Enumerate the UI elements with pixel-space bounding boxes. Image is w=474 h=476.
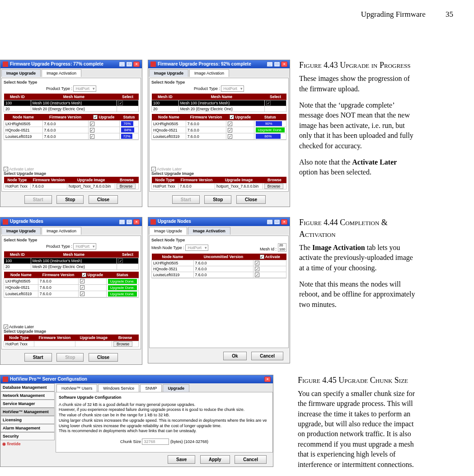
app-icon — [3, 377, 8, 382]
figure-title: Figure 4.44 Completion & Activation — [299, 217, 417, 240]
activate-later-check[interactable]: ✓ — [4, 325, 8, 329]
maximize-icon[interactable]: □ — [126, 219, 132, 225]
ok-button[interactable]: Ok — [223, 352, 246, 360]
stop-button: Stop — [56, 353, 84, 362]
sidebar-item[interactable]: HotView™ Management — [0, 408, 55, 416]
body-text: The Image Activation tab lets you activa… — [299, 243, 417, 273]
table-row: LouiseLeft03197.6.0.0✓ — [152, 272, 286, 278]
cancel-button[interactable]: Cancel — [251, 352, 283, 360]
dialog-title: Firmware Upgrade Progress: 77% complete — [10, 61, 103, 66]
sidebar-item[interactable]: Service Manager — [0, 400, 55, 408]
tab-image-upgrade[interactable]: Image Upgrade — [149, 69, 188, 77]
dialog-server-config: HotView Pro™ Server Configuration × Data… — [0, 375, 273, 467]
node-table: Node NameFirmware Version✓ UpgradeStatus… — [4, 114, 139, 140]
dialog-upgrade-77: Firmware Upgrade Progress: 77% complete … — [0, 60, 142, 207]
mesh-node-type-select[interactable]: HotPort — [185, 245, 208, 251]
tab-image-upgrade[interactable]: Image Upgrade — [1, 227, 41, 235]
stop-button[interactable]: Stop — [204, 195, 231, 204]
table-row: LouiseLeft03197.6.0.0✓72% — [4, 133, 139, 140]
activate-later-check[interactable]: ✓ — [151, 167, 156, 171]
tab-image-activation[interactable]: Image Activation — [188, 227, 230, 235]
table-row[interactable]: 100Mesh 100 (Instructor's Mesh)✓ — [4, 100, 139, 106]
table-row: HotPort 7xxx7.6.0.0hotport_7xxx_7.6.0.0.… — [4, 184, 139, 189]
cancel-button[interactable]: Cancel — [235, 455, 267, 464]
sidebar-item[interactable]: Security — [0, 432, 55, 440]
tab-upgrade[interactable]: Upgrade — [163, 384, 189, 392]
figure-title: Figure 4.43 Upgrade in Progress — [299, 60, 417, 71]
table-row: LouiseLeft03197.6.0.0✓86% — [152, 133, 286, 140]
app-icon — [3, 219, 8, 225]
chunk-size-label: Chunk Size — [120, 439, 141, 444]
browse-button[interactable]: Browse — [113, 341, 132, 347]
maximize-icon[interactable]: □ — [274, 219, 280, 225]
activate-later-check[interactable]: ✓ — [4, 167, 8, 171]
close-button[interactable]: Close — [89, 353, 118, 362]
sidebar-item[interactable]: Licensing — [0, 416, 55, 424]
close-icon[interactable]: × — [264, 377, 271, 382]
minimize-icon[interactable]: _ — [267, 61, 273, 67]
stop-button[interactable]: Stop — [56, 195, 84, 204]
maximize-icon[interactable]: □ — [126, 61, 132, 67]
close-icon[interactable]: × — [133, 61, 140, 67]
table-row: LouiseLeft03197.6.0.0✓Upgrade Done. — [4, 291, 139, 297]
sidebar-item[interactable]: Alarm Management — [0, 424, 55, 432]
body-text: You can specify a smaller chunk size for… — [298, 389, 415, 470]
table-row[interactable]: 100Mesh 100 (Instructor's Mesh)✓ — [4, 258, 139, 264]
start-button: Start — [172, 195, 200, 204]
tab-image-activation[interactable]: Image Activation — [42, 227, 81, 235]
tab-image-upgrade[interactable]: Image Upgrade — [149, 227, 187, 235]
table-row: LKHRight05057.6.0.0✓Upgrade Done. — [4, 278, 139, 284]
table-row: HQnode-05217.6.0.0✓Upgrade Done. — [4, 284, 139, 291]
chunk-size-input[interactable] — [142, 438, 169, 445]
close-icon[interactable]: × — [281, 219, 287, 225]
dialog-upgrade-92: Firmware Upgrade Progress: 92% complete … — [148, 60, 290, 207]
table-row: LKHRight05057.6.0.0✓ — [152, 260, 286, 266]
save-button[interactable]: Save — [168, 455, 195, 464]
help-text: A chunk size of 32 kB is a good default … — [59, 402, 270, 408]
tab-image-upgrade[interactable]: Image Upgrade — [1, 69, 41, 77]
start-button[interactable]: Start — [24, 353, 52, 362]
tab-winservice[interactable]: Windows Service — [98, 384, 139, 392]
browse-button[interactable]: Browse — [264, 184, 283, 189]
minimize-icon[interactable]: _ — [267, 219, 273, 225]
close-button[interactable]: Close — [89, 195, 118, 204]
table-row: LKHRight05057.6.0.0✓90% — [152, 121, 286, 127]
table-row[interactable]: 100Mesh 100 (Instructor's Mesh)✓ — [152, 100, 286, 106]
sidebar-item[interactable]: Network Management — [0, 391, 55, 400]
sidebar: Database Management Network Management S… — [0, 383, 55, 448]
tab-users[interactable]: HotView™ Users — [56, 384, 97, 392]
browse-button[interactable]: Browse — [117, 184, 136, 189]
product-type-select[interactable]: HotPort — [221, 85, 244, 92]
table-row[interactable]: 20Mesh 20 (Energy Electric One) — [152, 106, 286, 112]
table-row: HQnode-05217.6.0.0✓Upgrade Done. — [152, 127, 286, 133]
close-button[interactable]: Close — [236, 195, 266, 204]
sidebar-item[interactable]: Database Management — [0, 383, 55, 391]
figure-title: Figure 4.45 Upgrade Chunk Size — [298, 375, 415, 386]
body-text: Note that the ‘upgrade complete’ message… — [299, 100, 417, 151]
app-icon — [3, 61, 8, 67]
product-type-select[interactable]: HotPort — [73, 243, 96, 250]
help-text: The value of chunk size can be in the ra… — [59, 413, 270, 418]
mesh-table: Mesh IDMesh NameSelect 100Mesh 100 (Inst… — [4, 94, 139, 112]
tab-image-activation[interactable]: Image Activation — [42, 69, 81, 77]
table-row[interactable]: 20Mesh 20 (Energy Electric One) — [4, 264, 139, 269]
tab-snmp[interactable]: SNMP — [140, 384, 162, 392]
body-text: Note that this means the nodes will rebo… — [299, 279, 417, 310]
checkbox-icon[interactable]: ✓ — [118, 101, 123, 105]
table-row: HotPort 7xxx7.6.0.0hotport_7xxx_7.6.0.0.… — [152, 184, 286, 189]
apply-button[interactable]: Apply — [200, 455, 230, 464]
dialog-title: Firmware Upgrade Progress: 92% complete — [158, 61, 251, 66]
tab-image-activation[interactable]: Image Activation — [189, 69, 229, 77]
help-text: Using lower chunk sizes increase the upg… — [59, 424, 270, 429]
close-icon[interactable]: × — [133, 219, 140, 225]
table-row[interactable]: 20Mesh 20 (Energy Electric One) — [4, 106, 139, 112]
dialog-upgrade-nodes-a: Upgrade Nodes _ □ × Image Upgrade Image … — [0, 217, 142, 364]
minimize-icon[interactable]: _ — [119, 61, 125, 67]
table-row: LKHRight05057.6.0.0✓76% — [4, 121, 139, 127]
close-icon[interactable]: × — [281, 61, 287, 67]
maximize-icon[interactable]: □ — [274, 61, 280, 67]
minimize-icon[interactable]: _ — [119, 219, 125, 225]
app-icon — [150, 61, 156, 67]
product-type-select[interactable]: HotPort — [73, 85, 96, 92]
help-text: This is recommended in deployments which… — [59, 429, 270, 434]
